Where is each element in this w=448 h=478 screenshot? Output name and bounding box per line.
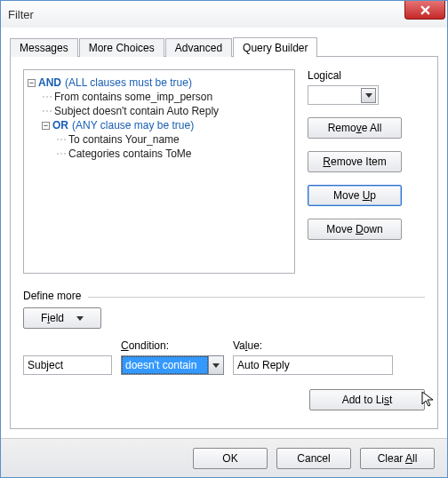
tree-node-or[interactable]: −OR(ANY clause may be true) xyxy=(42,118,291,132)
tab-row: Messages More Choices Advanced Query Bui… xyxy=(10,36,438,57)
move-down-button[interactable]: Move Down xyxy=(308,219,402,240)
tree-keyword: OR xyxy=(52,119,68,131)
tab-content: −AND(ALL clauses must be true) ⋯From con… xyxy=(10,57,438,429)
chevron-down-icon[interactable] xyxy=(208,356,223,374)
tab-label: More Choices xyxy=(89,42,155,54)
query-tree[interactable]: −AND(ALL clauses must be true) ⋯From con… xyxy=(23,69,295,274)
tree-leaf[interactable]: ⋯From contains some_imp_person xyxy=(42,90,291,104)
tree-leaf-text: From contains some_imp_person xyxy=(54,91,212,103)
tree-guide: ⋯ xyxy=(42,105,52,117)
chevron-down-icon xyxy=(361,88,376,103)
add-to-list-button[interactable]: Add to List xyxy=(309,389,425,410)
chevron-down-icon xyxy=(76,316,84,321)
condition-label: Condition: xyxy=(121,339,224,352)
tab-messages[interactable]: Messages xyxy=(10,38,78,57)
window-title: Filter xyxy=(8,8,34,21)
tree-leaf[interactable]: ⋯Categories contains ToMe xyxy=(56,147,291,161)
divider xyxy=(88,297,425,298)
value-label: Value: xyxy=(233,339,393,352)
dialog-footer: OK Cancel Clear All xyxy=(1,438,447,477)
filter-dialog: Filter Messages More Choices Advanced Qu… xyxy=(0,0,448,478)
minus-icon[interactable]: − xyxy=(42,122,50,130)
remove-all-button[interactable]: Remove All xyxy=(308,117,402,139)
tree-node-and[interactable]: −AND(ALL clauses must be true) xyxy=(28,76,291,90)
side-controls: Logical Remove All Remove Item Move Up M… xyxy=(308,69,414,274)
tree-leaf-text: Categories contains ToMe xyxy=(68,147,192,160)
tree-guide: ⋯ xyxy=(56,147,67,160)
cancel-button[interactable]: Cancel xyxy=(276,448,351,469)
tab-query-builder[interactable]: Query Builder xyxy=(233,37,317,58)
tab-label: Messages xyxy=(20,42,68,54)
add-row: Add to List xyxy=(23,389,425,410)
tree-leaf-text: Subject doesn't contain Auto Reply xyxy=(54,105,219,117)
close-icon xyxy=(420,5,430,15)
ok-button[interactable]: OK xyxy=(193,448,268,469)
tree-desc: (ANY clause may be true) xyxy=(72,119,194,131)
minus-icon[interactable]: − xyxy=(28,79,36,87)
field-name-display: Subject xyxy=(23,355,112,375)
dialog-body: Messages More Choices Advanced Query Bui… xyxy=(1,28,447,438)
condition-select[interactable]: doesn't contain xyxy=(121,355,224,375)
tab-label: Query Builder xyxy=(243,42,308,54)
define-more-label: Define more xyxy=(23,290,81,302)
tree-guide: ⋯ xyxy=(56,133,67,146)
logical-label: Logical xyxy=(308,69,414,82)
tree-leaf-text: To contains Your_name xyxy=(68,133,180,146)
logical-combo[interactable] xyxy=(308,85,379,105)
value-column: Value: xyxy=(233,339,393,375)
remove-item-button[interactable]: Remove Item xyxy=(308,151,402,172)
condition-value: doesn't contain xyxy=(122,356,208,374)
clear-all-button[interactable]: Clear All xyxy=(360,448,435,469)
condition-column: Condition: doesn't contain xyxy=(121,339,224,375)
tab-advanced[interactable]: Advanced xyxy=(165,38,232,57)
value-input[interactable] xyxy=(233,355,393,375)
field-dropdown-button[interactable]: Field xyxy=(23,307,101,329)
tree-keyword: AND xyxy=(38,76,61,89)
tab-more-choices[interactable]: More Choices xyxy=(79,38,164,57)
move-up-button[interactable]: Move Up xyxy=(308,185,402,206)
titlebar: Filter xyxy=(1,1,447,28)
close-button[interactable] xyxy=(404,1,445,20)
tree-guide: ⋯ xyxy=(42,91,52,103)
tree-leaf[interactable]: ⋯Subject doesn't contain Auto Reply xyxy=(42,104,291,118)
criteria-row: Subject Condition: doesn't contain Value… xyxy=(23,339,425,375)
define-more-section: Define more Field Subject Condition: doe… xyxy=(23,290,425,410)
tree-and-controls: −AND(ALL clauses must be true) ⋯From con… xyxy=(23,69,425,274)
tree-desc: (ALL clauses must be true) xyxy=(65,76,192,89)
define-more-header: Define more xyxy=(23,290,425,302)
tab-label: Advanced xyxy=(175,42,222,54)
tree-leaf[interactable]: ⋯To contains Your_name xyxy=(56,132,291,147)
